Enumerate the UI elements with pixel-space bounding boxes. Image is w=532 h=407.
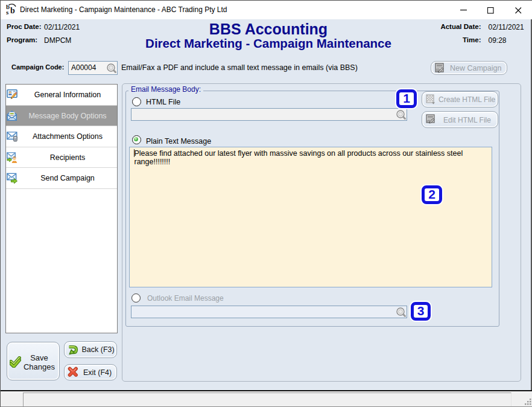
svg-text:s: s xyxy=(6,8,9,15)
svg-text:b: b xyxy=(10,6,15,15)
